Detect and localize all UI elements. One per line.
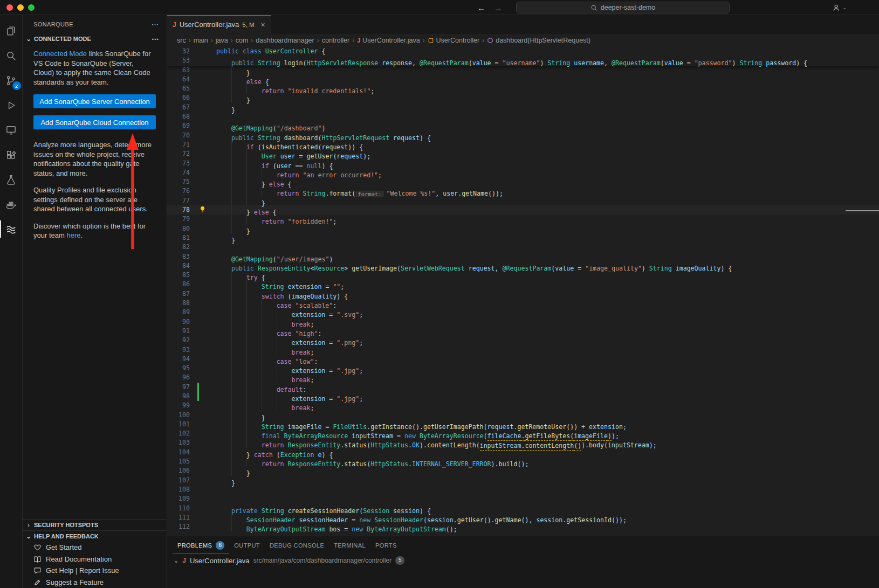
line-number[interactable]: 80 bbox=[167, 224, 190, 233]
line-number[interactable]: 73 bbox=[167, 159, 190, 168]
breadcrumb-item[interactable]: UserController bbox=[428, 37, 480, 44]
code-line-86[interactable]: 86String extension = ""; bbox=[167, 280, 879, 289]
panel-tab-debug-console[interactable]: DEBUG CONSOLE bbox=[265, 536, 329, 554]
security-hotspots-section-header[interactable]: › SECURITY HOTSPOTS bbox=[23, 519, 167, 530]
code-line-101[interactable]: 101String imageFile = FileUtils.getInsta… bbox=[167, 420, 879, 429]
line-number[interactable]: 72 bbox=[167, 149, 190, 158]
close-icon[interactable]: × bbox=[261, 20, 265, 29]
line-number[interactable]: 79 bbox=[167, 215, 190, 224]
help-item-suggest-a-feature[interactable]: Suggest a Feature bbox=[23, 577, 167, 588]
code-line-103[interactable]: 103return ResponseEntity.status(HttpStat… bbox=[167, 438, 879, 447]
line-number[interactable]: 71 bbox=[167, 140, 190, 149]
code-line-104[interactable]: 104} catch (Exception e) { bbox=[167, 448, 879, 457]
code-line-85[interactable]: 85try { bbox=[167, 271, 879, 280]
add-sonarqube-server-connection-button[interactable]: Add SonarQube Server Connection bbox=[33, 94, 156, 108]
line-number[interactable]: 86 bbox=[167, 280, 190, 289]
line-number[interactable]: 87 bbox=[167, 289, 190, 299]
code-line-75[interactable]: 75} else { bbox=[167, 177, 879, 186]
line-number[interactable]: 90 bbox=[167, 317, 190, 327]
code-line-76[interactable]: 76return String.format(format:"Welcome %… bbox=[167, 186, 879, 196]
line-number[interactable]: 99 bbox=[167, 401, 190, 410]
history-forward-button[interactable]: → bbox=[494, 3, 502, 12]
code-line-64[interactable]: 64else { bbox=[167, 75, 879, 84]
line-number[interactable]: 68 bbox=[167, 112, 190, 121]
code-line-79[interactable]: 79return "forbidden!"; bbox=[167, 215, 879, 224]
more-actions-icon[interactable]: ⋯ bbox=[152, 20, 159, 29]
remote-explorer-icon[interactable] bbox=[0, 117, 23, 142]
code-line-90[interactable]: 90break; bbox=[167, 317, 879, 327]
help-feedback-section-header[interactable]: ⌄ HELP AND FEEDBACK bbox=[23, 530, 167, 542]
code-line-95[interactable]: 95extension = ".jpg"; bbox=[167, 364, 879, 373]
line-number[interactable]: 69 bbox=[167, 121, 190, 130]
help-item-get-started[interactable]: Get Started bbox=[23, 542, 167, 554]
line-number[interactable]: 93 bbox=[167, 345, 190, 355]
explorer-icon[interactable] bbox=[0, 18, 23, 43]
line-number[interactable]: 65 bbox=[167, 84, 190, 93]
code-line-98[interactable]: 98extension = ".jpg"; bbox=[167, 392, 879, 401]
code-line-70[interactable]: 70public String dashboard(HttpServletReq… bbox=[167, 131, 879, 140]
code-line-92[interactable]: 92extension = ".png"; bbox=[167, 336, 879, 345]
line-number[interactable]: 110 bbox=[167, 504, 190, 513]
code-line-73[interactable]: 73if (user == null) { bbox=[167, 159, 879, 168]
line-number[interactable]: 63 bbox=[167, 66, 190, 75]
code-line-82[interactable]: 82 bbox=[167, 243, 879, 252]
breadcrumb-item[interactable]: com bbox=[236, 37, 249, 44]
breadcrumb-item[interactable]: JUserController.java bbox=[357, 37, 420, 44]
code-line-108[interactable]: 108 bbox=[167, 485, 879, 494]
help-item-get-help-report-issue[interactable]: Get Help | Report Issue bbox=[23, 565, 167, 577]
code-line-89[interactable]: 89extension = ".svg"; bbox=[167, 308, 879, 317]
line-number[interactable]: 82 bbox=[167, 243, 190, 252]
code-line-53[interactable]: 53public String login(HttpServletRespons… bbox=[167, 56, 879, 65]
code-line-96[interactable]: 96break; bbox=[167, 373, 879, 382]
line-number[interactable]: 81 bbox=[167, 233, 190, 243]
code-line-67[interactable]: 67} bbox=[167, 103, 879, 112]
line-number[interactable]: 84 bbox=[167, 261, 190, 271]
code-line-105[interactable]: 105return ResponseEntity.status(HttpStat… bbox=[167, 457, 879, 466]
code-line-100[interactable]: 100} bbox=[167, 411, 879, 420]
line-number[interactable]: 88 bbox=[167, 299, 190, 308]
line-number[interactable]: 83 bbox=[167, 252, 190, 261]
line-number[interactable]: 96 bbox=[167, 373, 190, 382]
line-number[interactable]: 100 bbox=[167, 411, 190, 420]
code-line-112[interactable]: 112ByteArrayOutputStream bos = new ByteA… bbox=[167, 522, 879, 531]
run-debug-icon[interactable] bbox=[0, 93, 23, 117]
line-number[interactable]: 107 bbox=[167, 476, 190, 485]
code-line-107[interactable]: 107} bbox=[167, 476, 879, 485]
line-number[interactable]: 104 bbox=[167, 448, 190, 457]
code-line-66[interactable]: 66} bbox=[167, 93, 879, 102]
code-line-78[interactable]: 78} else { bbox=[167, 205, 879, 215]
window-close-button[interactable] bbox=[6, 4, 13, 11]
line-number[interactable]: 66 bbox=[167, 93, 190, 102]
line-number[interactable]: 74 bbox=[167, 168, 190, 177]
section-more-actions-icon[interactable]: ⋯ bbox=[152, 34, 159, 43]
code-line-83[interactable]: 83@GetMapping("/user/images") bbox=[167, 252, 879, 261]
code-line-93[interactable]: 93break; bbox=[167, 345, 879, 355]
text-link[interactable]: here bbox=[66, 231, 80, 239]
accounts-icon[interactable]: ⌄ bbox=[832, 0, 847, 15]
line-number[interactable]: 108 bbox=[167, 485, 190, 494]
text-link[interactable]: Connected Mode bbox=[33, 50, 87, 58]
code-line-111[interactable]: 111SessionHeader sessionHeader = new Ses… bbox=[167, 513, 879, 522]
sonarqube-icon[interactable] bbox=[0, 217, 23, 241]
line-number[interactable]: 95 bbox=[167, 364, 190, 373]
code-line-99[interactable]: 99break; bbox=[167, 401, 879, 410]
problems-file-row[interactable]: ⌄ J UserController.java src/main/java/co… bbox=[167, 554, 879, 567]
docker-icon[interactable] bbox=[0, 192, 23, 217]
line-number[interactable]: 78 bbox=[167, 205, 190, 215]
breadcrumb-item[interactable]: controller bbox=[322, 37, 349, 44]
test-beaker-icon[interactable] bbox=[0, 167, 23, 192]
source-control-icon[interactable]: 2 bbox=[0, 68, 23, 93]
tab-usercontroller-java[interactable]: J UserController.java 5, M × bbox=[167, 15, 271, 34]
line-number[interactable]: 109 bbox=[167, 494, 190, 503]
code-line-91[interactable]: 91case "high": bbox=[167, 327, 879, 336]
line-number[interactable]: 105 bbox=[167, 457, 190, 466]
connected-mode-section-header[interactable]: ⌄ CONNECTED MODE ⋯ bbox=[23, 33, 167, 44]
code-line-71[interactable]: 71if (isAuthenticated(request)) { bbox=[167, 140, 879, 149]
code-editor[interactable]: 32public class UserController {53public … bbox=[167, 47, 879, 536]
line-number[interactable]: 77 bbox=[167, 196, 190, 205]
breadcrumb-item[interactable]: main bbox=[194, 37, 208, 44]
line-number[interactable]: 94 bbox=[167, 355, 190, 364]
line-number[interactable]: 64 bbox=[167, 75, 190, 84]
line-number[interactable]: 70 bbox=[167, 131, 190, 140]
window-minimize-button[interactable] bbox=[17, 4, 24, 11]
